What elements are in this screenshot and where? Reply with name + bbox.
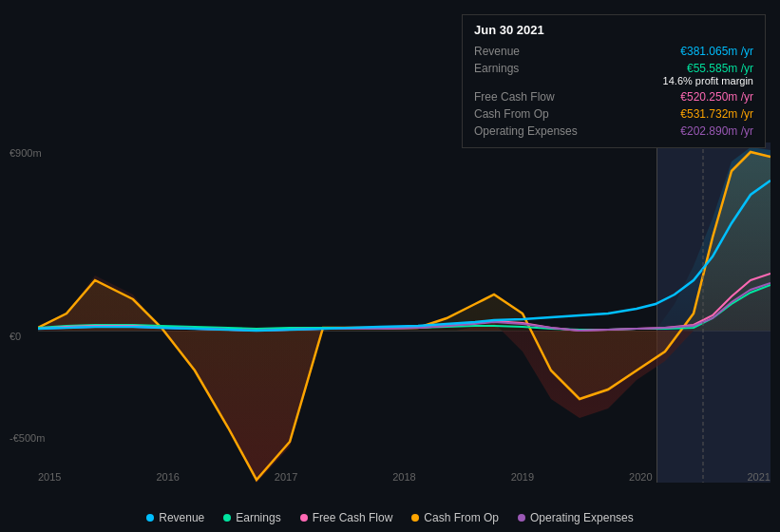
tooltip-margin-value: 14.6% profit margin (663, 75, 753, 86)
x-label-2021: 2021 (747, 471, 770, 483)
x-label-2020: 2020 (629, 471, 652, 483)
x-label-2016: 2016 (156, 471, 179, 483)
tooltip-date: Jun 30 2021 (474, 23, 753, 37)
tooltip-opex-value: €202.890m /yr (680, 124, 753, 138)
data-tooltip: Jun 30 2021 Revenue €381.065m /yr Earnin… (462, 14, 766, 148)
x-label-2017: 2017 (275, 471, 297, 483)
tooltip-fcf-label: Free Cash Flow (474, 90, 555, 104)
legend-revenue-label: Revenue (159, 511, 204, 524)
y-label-mid: €0 (10, 331, 21, 342)
legend-cashop-label: Cash From Op (424, 511, 499, 524)
x-label-2018: 2018 (392, 471, 415, 483)
legend-revenue-dot (146, 514, 154, 522)
legend-cashop: Cash From Op (411, 511, 499, 524)
tooltip-opex-row: Operating Expenses €202.890m /yr (474, 123, 753, 140)
tooltip-margin: 14.6% profit margin (474, 75, 753, 88)
tooltip-revenue-value: €381.065m /yr (680, 45, 753, 58)
legend-opex-dot (518, 514, 525, 522)
x-label-2015: 2015 (38, 471, 61, 483)
tooltip-cashop-row: Cash From Op €531.732m /yr (474, 105, 753, 123)
tooltip-cashop-value: €531.732m /yr (680, 107, 753, 121)
tooltip-earnings-label: Earnings (474, 62, 519, 75)
chart-legend: Revenue Earnings Free Cash Flow Cash Fro… (0, 511, 780, 524)
legend-earnings: Earnings (223, 511, 280, 524)
legend-earnings-label: Earnings (236, 511, 280, 524)
x-axis-labels: 2015 2016 2017 2018 2019 2020 2021 (38, 471, 770, 483)
tooltip-revenue-label: Revenue (474, 45, 520, 58)
legend-cashop-dot (411, 514, 419, 522)
chart-svg (38, 142, 770, 483)
tooltip-revenue-row: Revenue €381.065m /yr (474, 43, 753, 60)
tooltip-opex-label: Operating Expenses (474, 124, 578, 138)
legend-fcf-label: Free Cash Flow (313, 511, 393, 524)
legend-fcf-dot (300, 514, 308, 522)
legend-opex-label: Operating Expenses (530, 511, 634, 524)
y-label-top: €900m (10, 147, 42, 159)
legend-earnings-dot (223, 514, 231, 522)
legend-revenue: Revenue (146, 511, 204, 524)
legend-fcf: Free Cash Flow (300, 511, 393, 524)
x-label-2019: 2019 (511, 471, 534, 483)
tooltip-cashop-label: Cash From Op (474, 107, 549, 121)
tooltip-fcf-value: €520.250m /yr (680, 90, 753, 104)
legend-opex: Operating Expenses (518, 511, 634, 524)
tooltip-fcf-row: Free Cash Flow €520.250m /yr (474, 88, 753, 105)
tooltip-earnings-value: €55.585m /yr (687, 62, 753, 75)
